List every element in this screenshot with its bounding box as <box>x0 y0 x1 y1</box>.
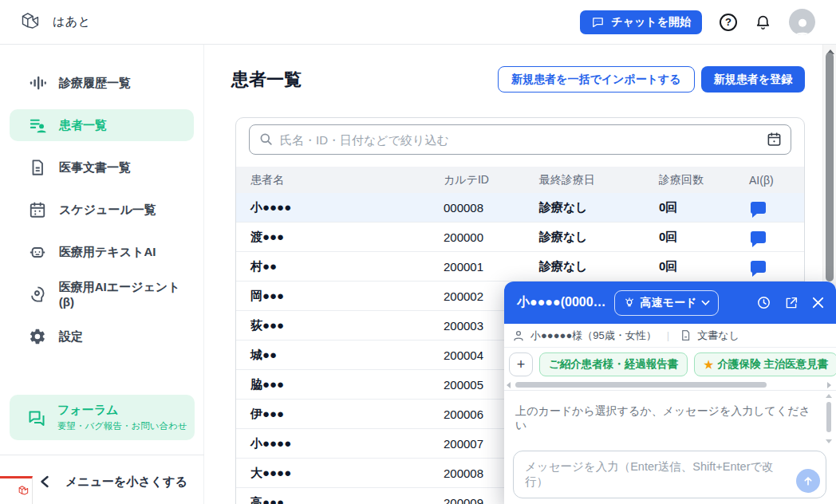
chevron-left-icon <box>40 475 49 488</box>
visit-count-cell: 0回 <box>659 193 739 222</box>
chat-bubble-icon[interactable] <box>751 261 766 273</box>
help-icon[interactable]: ? <box>720 14 737 31</box>
table-row[interactable]: 村●●200001診療なし0回 <box>236 252 804 282</box>
chat-input-box <box>513 451 826 498</box>
clock-icon <box>756 295 771 310</box>
sidebar-item-label: 患者一覧 <box>59 118 107 133</box>
sidebar-item-label: 診療履歴一覧 <box>59 76 131 91</box>
document-status-text: 文書なし <box>697 329 739 343</box>
table-row[interactable]: 渡●●●200000診療なし0回 <box>236 222 804 252</box>
info-divider: | <box>667 329 669 341</box>
close-icon <box>811 296 825 309</box>
patient-name-cell: 小●●●● <box>250 429 434 459</box>
ai-agent-icon <box>29 285 46 303</box>
debugbar-toggle[interactable] <box>0 476 33 504</box>
history-button[interactable] <box>756 295 771 310</box>
sidebar-divider <box>0 455 204 455</box>
hscroll-left-arrow[interactable] <box>507 382 511 388</box>
forum-title: フォーラム <box>57 403 187 418</box>
patient-name-cell: 城●● <box>250 341 434 370</box>
patient-name-cell: 小●●●● <box>250 193 434 222</box>
send-button[interactable] <box>796 469 820 493</box>
app-logo[interactable]: はあと <box>21 11 91 33</box>
karte-id-cell: 200001 <box>444 252 531 282</box>
messages-scroll-thumb[interactable] <box>826 402 831 432</box>
collapse-menu-label: メニューを小さくする <box>65 474 187 490</box>
sidebar-item-label: 設定 <box>59 329 83 345</box>
column-header-last-visit: 最終診療日 <box>539 167 651 193</box>
close-chat-button[interactable] <box>811 296 825 309</box>
calendar-picker-icon[interactable] <box>767 132 782 147</box>
chat-message-input[interactable] <box>514 451 826 498</box>
chat-input-area <box>504 447 836 504</box>
avatar[interactable] <box>789 9 815 35</box>
sidebar-item-label: スケジュール一覧 <box>59 203 156 218</box>
chat-start-button[interactable]: チャットを開始 <box>580 10 702 34</box>
calendar-icon <box>29 201 46 219</box>
bell-icon[interactable] <box>755 14 771 31</box>
chat-panel-header: 小●●●●(0000… 高速モード <box>504 282 836 324</box>
hscroll-thumb[interactable] <box>515 382 767 388</box>
robot-icon <box>29 243 46 261</box>
sidebar-item-label: 医事文書一覧 <box>59 160 131 175</box>
app-name: はあと <box>53 14 91 30</box>
search-input[interactable] <box>249 124 791 155</box>
sidebar-item-documents[interactable]: 医事文書一覧 <box>10 152 194 183</box>
sidebar-item-ai-agent[interactable]: 医療用AIエージェント(β) <box>10 278 194 310</box>
register-patient-button[interactable]: 新規患者を登録 <box>701 66 805 93</box>
waveform-icon <box>29 74 46 92</box>
messages-scroll-down[interactable] <box>826 439 832 443</box>
sidebar-item-text-ai[interactable]: 医療用テキストAI <box>10 236 194 268</box>
sidebar-item-history[interactable]: 診療履歴一覧 <box>10 67 194 99</box>
speed-mode-selector[interactable]: 高速モード <box>614 290 720 316</box>
column-header-karte-id: カルテID <box>444 167 531 193</box>
table-row[interactable]: 小●●●●000008診療なし0回 <box>236 193 804 222</box>
speed-mode-label: 高速モード <box>641 296 697 310</box>
messages-scrollbar[interactable] <box>826 394 832 443</box>
chat-bubble-icon[interactable] <box>751 231 766 243</box>
search-icon <box>258 132 274 147</box>
last-visit-cell: 診療なし <box>539 252 651 282</box>
chat-messages-area: 上のカードから選択するか、メッセージを入力してください <box>504 391 836 447</box>
last-visit-cell: 診療なし <box>539 193 651 222</box>
document-icon <box>29 159 46 176</box>
patient-name-cell: 岡●●● <box>250 282 434 311</box>
sidebar-forum-link[interactable]: フォーラム 要望・バグ報告・お問い合わせ <box>10 395 195 440</box>
scrollbar-thumb[interactable] <box>826 53 834 282</box>
chat-bubble-icon[interactable] <box>751 202 766 214</box>
ai-chat-cell <box>751 193 791 222</box>
import-patients-button[interactable]: 新規患者を一括でインポートする <box>498 66 695 93</box>
patient-info-text: 小●●●●●様（95歳・女性） <box>530 329 657 343</box>
patient-list-icon <box>29 116 46 134</box>
lightbulb-icon <box>623 297 636 309</box>
sidebar-item-schedule[interactable]: スケジュール一覧 <box>10 194 194 226</box>
open-external-button[interactable] <box>784 296 799 310</box>
ai-chat-cell <box>751 252 791 282</box>
sidebar-item-patients[interactable]: 患者一覧 <box>10 109 194 141</box>
file-icon <box>680 329 692 341</box>
forum-subtitle: 要望・バグ報告・お問い合わせ <box>57 420 187 432</box>
sidebar: 診療履歴一覧 患者一覧 医事文書一覧 ス <box>0 45 204 504</box>
add-chip-button[interactable]: + <box>509 352 533 376</box>
prompt-chip[interactable]: ★ 介護保険 主治医意見書 <box>694 352 836 376</box>
laravel-logo-red-icon <box>18 482 30 500</box>
chips-horizontal-scrollbar[interactable] <box>504 381 836 391</box>
chat-bubble-icon <box>591 15 605 29</box>
forum-icon <box>27 408 46 427</box>
sidebar-item-settings[interactable]: 設定 <box>10 321 194 352</box>
messages-scroll-up[interactable] <box>826 394 832 398</box>
column-header-name: 患者名 <box>250 167 434 193</box>
patient-name-cell: 高●●● <box>250 488 434 504</box>
karte-id-cell: 200000 <box>444 222 531 252</box>
hscroll-right-arrow[interactable] <box>827 382 831 388</box>
last-visit-cell: 診療なし <box>539 222 651 252</box>
prompt-chip[interactable]: ご紹介患者様・経過報告書 <box>539 352 688 376</box>
chat-panel-title: 小●●●●(0000… <box>517 294 606 311</box>
patient-name-cell: 伊●●● <box>250 400 434 429</box>
top-header: はあと チャットを開始 ? <box>0 0 836 45</box>
sidebar-item-label: 医療用テキストAI <box>59 245 156 260</box>
person-icon <box>792 16 813 35</box>
patient-name-cell: 渡●●● <box>250 222 434 252</box>
column-header-count: 診療回数 <box>659 167 739 193</box>
person-outline-icon <box>512 329 525 342</box>
